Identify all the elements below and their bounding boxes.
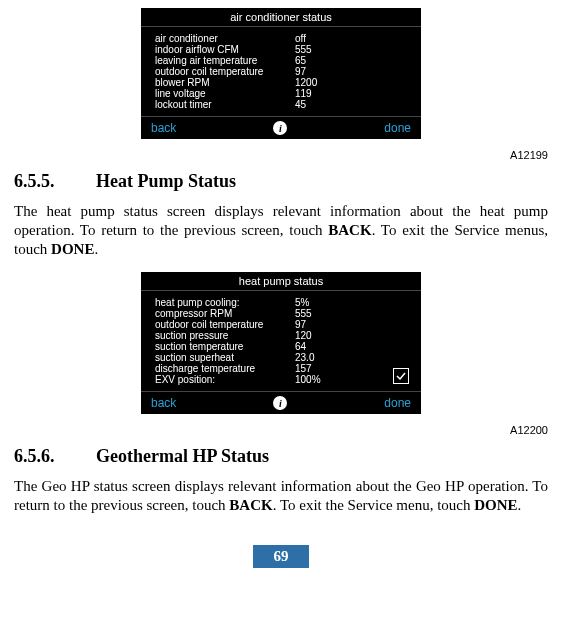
section-number: 6.5.6. [14, 446, 96, 467]
status-row: leaving air temperature65 [155, 55, 407, 66]
info-icon[interactable]: i [273, 396, 287, 410]
row-value: 64 [295, 341, 407, 352]
keyword-back: BACK [229, 497, 272, 513]
done-button[interactable]: done [384, 121, 411, 135]
status-row: line voltage119 [155, 88, 407, 99]
page-number: 69 [253, 545, 309, 568]
row-label: EXV position: [155, 374, 295, 385]
para-text: . [518, 497, 522, 513]
row-label: air conditioner [155, 33, 295, 44]
row-label: line voltage [155, 88, 295, 99]
section-heading: 6.5.5.Heat Pump Status [14, 171, 548, 192]
back-button[interactable]: back [151, 121, 176, 135]
section-paragraph: The Geo HP status screen displays releva… [14, 477, 548, 515]
row-label: suction temperature [155, 341, 295, 352]
para-text: . To exit the Service menu, touch [273, 497, 475, 513]
status-row: indoor airflow CFM555 [155, 44, 407, 55]
para-text: . [94, 241, 98, 257]
row-value: 65 [295, 55, 407, 66]
status-row: suction temperature64 [155, 341, 407, 352]
row-label: heat pump cooling: [155, 297, 295, 308]
status-row: heat pump cooling:5% [155, 297, 407, 308]
row-value: 100% [295, 374, 407, 385]
ac-status-panel: air conditioner status air conditionerof… [141, 8, 421, 139]
panel-title: heat pump status [141, 272, 421, 291]
keyword-done: DONE [51, 241, 94, 257]
row-value: 555 [295, 44, 407, 55]
row-label: outdoor coil temperature [155, 66, 295, 77]
status-row: compressor RPM555 [155, 308, 407, 319]
row-label: compressor RPM [155, 308, 295, 319]
status-row: suction superheat23.0 [155, 352, 407, 363]
status-row: outdoor coil temperature97 [155, 66, 407, 77]
back-button[interactable]: back [151, 396, 176, 410]
row-label: leaving air temperature [155, 55, 295, 66]
panel-footer: back i done [141, 391, 421, 414]
row-value: 119 [295, 88, 407, 99]
row-label: lockout timer [155, 99, 295, 110]
section-title: Heat Pump Status [96, 171, 236, 191]
panel-body: air conditioneroff indoor airflow CFM555… [141, 27, 421, 116]
row-value: 97 [295, 319, 407, 330]
status-row: suction pressure120 [155, 330, 407, 341]
status-row: lockout timer45 [155, 99, 407, 110]
status-row: EXV position:100% [155, 374, 407, 385]
row-value: 23.0 [295, 352, 407, 363]
row-label: indoor airflow CFM [155, 44, 295, 55]
check-icon[interactable] [393, 368, 409, 384]
row-label: discharge temperature [155, 363, 295, 374]
row-label: suction pressure [155, 330, 295, 341]
section-paragraph: The heat pump status screen displays rel… [14, 202, 548, 258]
row-value: 157 [295, 363, 407, 374]
panel-footer: back i done [141, 116, 421, 139]
row-value: 555 [295, 308, 407, 319]
status-row: discharge temperature157 [155, 363, 407, 374]
section-heading: 6.5.6.Geothermal HP Status [14, 446, 548, 467]
done-button[interactable]: done [384, 396, 411, 410]
row-label: blower RPM [155, 77, 295, 88]
status-row: outdoor coil temperature97 [155, 319, 407, 330]
row-label: suction superheat [155, 352, 295, 363]
status-row: air conditioneroff [155, 33, 407, 44]
status-row: blower RPM1200 [155, 77, 407, 88]
row-value: 120 [295, 330, 407, 341]
panel-body: heat pump cooling:5% compressor RPM555 o… [141, 291, 421, 391]
section-number: 6.5.5. [14, 171, 96, 192]
info-icon[interactable]: i [273, 121, 287, 135]
figure-caption: A12199 [14, 149, 548, 161]
keyword-back: BACK [328, 222, 371, 238]
heat-pump-status-panel: heat pump status heat pump cooling:5% co… [141, 272, 421, 414]
row-value: 45 [295, 99, 407, 110]
row-value: 1200 [295, 77, 407, 88]
section-title: Geothermal HP Status [96, 446, 269, 466]
keyword-done: DONE [474, 497, 517, 513]
row-label: outdoor coil temperature [155, 319, 295, 330]
figure-caption: A12200 [14, 424, 548, 436]
panel-title: air conditioner status [141, 8, 421, 27]
row-value: 97 [295, 66, 407, 77]
row-value: 5% [295, 297, 407, 308]
row-value: off [295, 33, 407, 44]
